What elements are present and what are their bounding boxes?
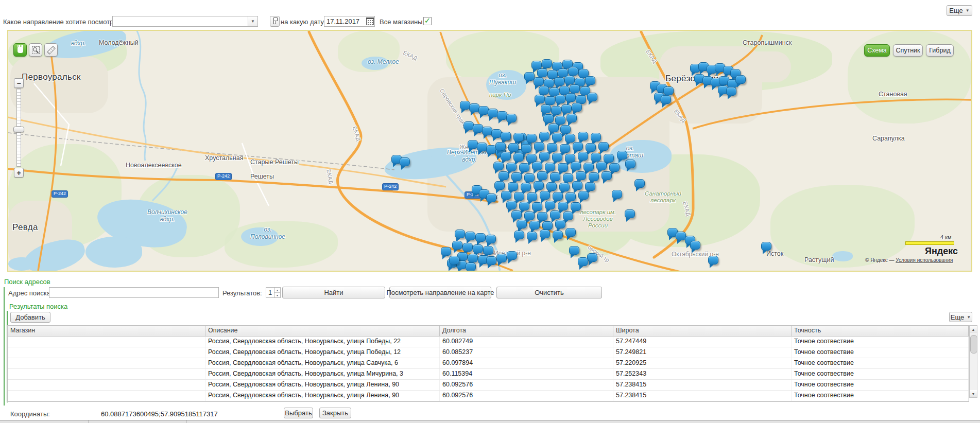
map-marker[interactable] [598,142,609,151]
map-marker[interactable] [545,201,555,209]
table-scrollbar[interactable]: ▲ ▼ [969,325,977,398]
cell-shop[interactable] [8,391,205,401]
map-marker[interactable] [545,96,555,105]
direction-dropdown-button[interactable]: ▼ [248,16,257,26]
map-marker[interactable] [576,171,586,180]
map-marker[interactable] [587,93,597,101]
map-marker[interactable] [559,183,570,191]
map-marker[interactable] [488,109,498,117]
cell-accuracy[interactable]: Точное соотвествие [792,380,969,390]
map-marker[interactable] [482,127,492,135]
map-marker[interactable] [583,163,594,171]
cell-longitude[interactable]: 60.092576 [440,391,613,401]
map-marker[interactable] [571,202,581,211]
map-marker[interactable] [514,231,524,239]
map-marker[interactable] [534,181,544,190]
map-marker[interactable] [586,143,596,152]
address-input[interactable] [49,287,219,298]
map-marker[interactable] [596,162,607,170]
map-marker[interactable] [532,162,542,170]
column-header[interactable]: Описание [205,326,440,336]
map-marker[interactable] [514,192,524,201]
table-row[interactable]: Россия, Свердловская область, Новоуральс… [8,347,969,358]
map-marker[interactable] [609,163,620,172]
cell-longitude[interactable]: 60.092576 [440,380,613,390]
map-marker[interactable] [524,173,535,182]
cell-latitude[interactable]: 57.238415 [613,391,792,401]
map-marker[interactable] [532,202,542,211]
map-marker[interactable] [601,171,612,180]
scroll-down-icon[interactable]: ▼ [970,390,977,397]
cell-latitude[interactable]: 57.249821 [613,347,792,358]
calendar-button[interactable] [365,16,374,26]
column-header[interactable]: Широта [613,326,792,336]
map-marker[interactable] [690,241,700,250]
map-type-hybrid-button[interactable]: Гибрид [926,44,954,57]
map-marker[interactable] [591,153,601,162]
cell-longitude[interactable]: 60.097894 [440,358,613,368]
map-marker[interactable] [466,262,476,271]
direction-combobox[interactable]: ▼ [112,16,258,27]
map-marker[interactable] [463,121,474,130]
map-marker[interactable] [498,171,509,180]
find-button[interactable]: Найти [282,287,385,298]
cell-accuracy[interactable]: Точное соотвествие [792,347,969,358]
cell-shop[interactable] [8,369,205,379]
map-marker[interactable] [465,232,475,240]
map-marker[interactable] [565,228,576,237]
map-marker[interactable] [552,133,562,142]
map-marker[interactable] [572,181,582,190]
column-header[interactable]: Долгота [440,326,613,336]
map-marker[interactable] [493,162,504,170]
map-marker[interactable] [604,154,614,163]
map-marker[interactable] [513,133,524,142]
map-marker[interactable] [486,145,496,154]
map-marker[interactable] [494,181,505,190]
map-marker[interactable] [585,76,595,85]
map-marker[interactable] [553,231,563,239]
map-marker[interactable] [555,220,565,228]
map-marker[interactable] [486,193,496,202]
cell-longitude[interactable]: 60.115394 [440,369,613,379]
map-marker[interactable] [478,106,489,115]
map-marker[interactable] [539,86,549,95]
map-marker[interactable] [535,95,545,103]
map-marker[interactable] [761,242,771,251]
map-marker[interactable] [539,152,549,161]
map-marker[interactable] [506,114,517,122]
map-marker[interactable] [625,209,635,218]
cell-shop[interactable] [8,347,205,358]
map-marker[interactable] [578,257,588,266]
results-count-stepper[interactable]: 1 ▲▼ [266,287,281,298]
scroll-up-icon[interactable]: ▲ [970,326,977,333]
map-marker[interactable] [558,202,568,210]
map-marker[interactable] [441,247,451,256]
yandex-map[interactable]: ПервоуральскРевдаБерёзовскийМолодёжныйСт… [8,31,971,271]
cell-shop[interactable] [8,337,205,347]
map-marker[interactable] [550,210,560,219]
map-marker[interactable] [546,182,557,191]
map-marker[interactable] [534,142,544,151]
table-row[interactable]: Россия, Свердловская область, Новоуральс… [8,358,969,369]
map-marker[interactable] [578,152,588,161]
map-marker[interactable] [564,76,575,84]
map-marker[interactable] [708,256,718,265]
map-marker[interactable] [539,132,549,140]
all-stores-checkbox[interactable]: ✓ [423,17,432,25]
clear-button[interactable]: Очистить [496,287,602,298]
map-marker[interactable] [483,246,493,255]
map-marker[interactable] [455,230,465,238]
map-marker[interactable] [555,95,565,103]
map-marker[interactable] [543,114,554,123]
cell-description[interactable]: Россия, Свердловская область, Новоуральс… [205,391,440,401]
map-marker[interactable] [676,232,686,240]
cell-shop[interactable] [8,380,205,390]
map-marker[interactable] [563,173,573,182]
map-marker[interactable] [561,104,572,113]
cell-latitude[interactable]: 57.220925 [613,358,792,368]
map-marker[interactable] [537,212,547,221]
more-button-top[interactable]: Еще ▼ [947,5,972,16]
map-marker[interactable] [573,142,583,151]
table-row[interactable]: Россия, Свердловская область, Новоуральс… [8,369,969,380]
map-marker[interactable] [558,163,568,172]
